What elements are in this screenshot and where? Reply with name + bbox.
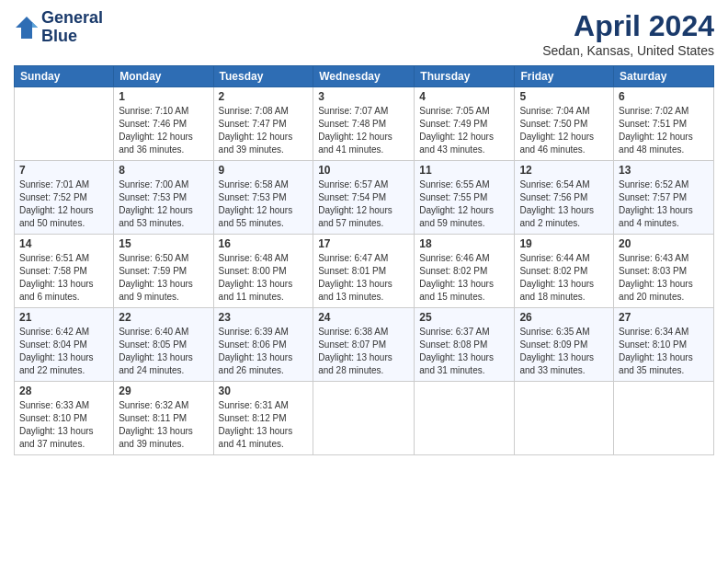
calendar-cell: 10Sunrise: 6:57 AMSunset: 7:54 PMDayligh…	[313, 161, 415, 235]
calendar-cell: 9Sunrise: 6:58 AMSunset: 7:53 PMDaylight…	[213, 161, 313, 235]
calendar-cell: 27Sunrise: 6:34 AMSunset: 8:10 PMDayligh…	[614, 308, 714, 382]
day-number: 6	[619, 90, 709, 103]
day-info: Sunrise: 6:38 AMSunset: 8:07 PMDaylight:…	[318, 326, 409, 377]
weekday-header-sunday: Sunday	[15, 66, 114, 87]
calendar-cell: 3Sunrise: 7:07 AMSunset: 7:48 PMDaylight…	[313, 87, 415, 161]
header: General Blue April 2024 Sedan, Kansas, U…	[14, 9, 714, 58]
day-info: Sunrise: 6:57 AMSunset: 7:54 PMDaylight:…	[318, 178, 409, 230]
day-number: 21	[19, 311, 108, 324]
day-info: Sunrise: 6:34 AMSunset: 8:10 PMDaylight:…	[619, 326, 709, 377]
calendar-table: SundayMondayTuesdayWednesdayThursdayFrid…	[14, 65, 714, 455]
day-number: 27	[619, 311, 709, 324]
day-number: 15	[119, 237, 208, 250]
calendar-cell: 21Sunrise: 6:42 AMSunset: 8:04 PMDayligh…	[15, 308, 114, 382]
calendar-cell: 23Sunrise: 6:39 AMSunset: 8:06 PMDayligh…	[213, 308, 313, 382]
page: General Blue April 2024 Sedan, Kansas, U…	[0, 0, 728, 563]
calendar-cell	[614, 382, 714, 455]
day-number: 9	[219, 164, 309, 177]
calendar-cell: 19Sunrise: 6:44 AMSunset: 8:02 PMDayligh…	[515, 235, 614, 308]
calendar-cell: 5Sunrise: 7:04 AMSunset: 7:50 PMDaylight…	[515, 87, 614, 161]
subtitle: Sedan, Kansas, United States	[542, 43, 714, 58]
day-number: 3	[318, 90, 409, 103]
day-info: Sunrise: 6:51 AMSunset: 7:58 PMDaylight:…	[19, 252, 108, 304]
day-number: 23	[219, 311, 309, 324]
day-info: Sunrise: 6:50 AMSunset: 7:59 PMDaylight:…	[119, 252, 208, 304]
day-number: 13	[619, 164, 709, 177]
weekday-header-friday: Friday	[515, 66, 614, 87]
day-info: Sunrise: 6:33 AMSunset: 8:10 PMDaylight:…	[19, 399, 108, 451]
calendar-cell: 24Sunrise: 6:38 AMSunset: 8:07 PMDayligh…	[313, 308, 415, 382]
weekday-header-monday: Monday	[114, 66, 213, 87]
day-number: 5	[519, 90, 609, 103]
day-number: 20	[619, 237, 709, 250]
svg-marker-1	[32, 22, 38, 28]
calendar-cell: 16Sunrise: 6:48 AMSunset: 8:00 PMDayligh…	[213, 235, 313, 308]
day-number: 29	[119, 385, 208, 397]
day-number: 17	[318, 237, 409, 250]
logo: General Blue	[14, 9, 103, 46]
day-number: 7	[19, 164, 108, 177]
day-number: 1	[119, 90, 208, 103]
day-info: Sunrise: 6:37 AMSunset: 8:08 PMDaylight:…	[419, 326, 509, 377]
day-info: Sunrise: 6:43 AMSunset: 8:03 PMDaylight:…	[619, 252, 709, 304]
day-number: 14	[19, 237, 108, 250]
main-title: April 2024	[542, 9, 714, 43]
day-info: Sunrise: 6:32 AMSunset: 8:11 PMDaylight:…	[119, 399, 208, 451]
calendar-cell: 2Sunrise: 7:08 AMSunset: 7:47 PMDaylight…	[213, 87, 313, 161]
day-info: Sunrise: 6:52 AMSunset: 7:57 PMDaylight:…	[619, 178, 709, 230]
day-number: 19	[519, 237, 609, 250]
day-info: Sunrise: 7:04 AMSunset: 7:50 PMDaylight:…	[519, 105, 609, 156]
calendar-cell: 29Sunrise: 6:32 AMSunset: 8:11 PMDayligh…	[114, 382, 213, 455]
day-number: 11	[419, 164, 509, 177]
calendar-cell	[313, 382, 415, 455]
calendar-cell: 17Sunrise: 6:47 AMSunset: 8:01 PMDayligh…	[313, 235, 415, 308]
day-number: 16	[219, 237, 309, 250]
logo-icon	[14, 15, 40, 40]
calendar-cell: 30Sunrise: 6:31 AMSunset: 8:12 PMDayligh…	[213, 382, 313, 455]
calendar-cell: 11Sunrise: 6:55 AMSunset: 7:55 PMDayligh…	[415, 161, 515, 235]
day-info: Sunrise: 6:44 AMSunset: 8:02 PMDaylight:…	[519, 252, 609, 304]
calendar-cell: 6Sunrise: 7:02 AMSunset: 7:51 PMDaylight…	[614, 87, 714, 161]
week-row-2: 7Sunrise: 7:01 AMSunset: 7:52 PMDaylight…	[15, 161, 714, 235]
calendar-cell: 28Sunrise: 6:33 AMSunset: 8:10 PMDayligh…	[15, 382, 114, 455]
weekday-header-row: SundayMondayTuesdayWednesdayThursdayFrid…	[15, 66, 714, 87]
day-info: Sunrise: 6:31 AMSunset: 8:12 PMDaylight:…	[219, 399, 309, 451]
calendar-cell	[515, 382, 614, 455]
calendar-cell: 15Sunrise: 6:50 AMSunset: 7:59 PMDayligh…	[114, 235, 213, 308]
weekday-header-wednesday: Wednesday	[313, 66, 415, 87]
day-info: Sunrise: 7:07 AMSunset: 7:48 PMDaylight:…	[318, 105, 409, 156]
day-info: Sunrise: 7:08 AMSunset: 7:47 PMDaylight:…	[219, 105, 309, 156]
day-number: 26	[519, 311, 609, 324]
calendar-cell: 25Sunrise: 6:37 AMSunset: 8:08 PMDayligh…	[415, 308, 515, 382]
day-info: Sunrise: 6:58 AMSunset: 7:53 PMDaylight:…	[219, 178, 309, 230]
calendar-cell	[15, 87, 114, 161]
calendar-cell: 22Sunrise: 6:40 AMSunset: 8:05 PMDayligh…	[114, 308, 213, 382]
week-row-3: 14Sunrise: 6:51 AMSunset: 7:58 PMDayligh…	[15, 235, 714, 308]
day-number: 28	[19, 385, 108, 397]
calendar-cell: 13Sunrise: 6:52 AMSunset: 7:57 PMDayligh…	[614, 161, 714, 235]
day-info: Sunrise: 7:00 AMSunset: 7:53 PMDaylight:…	[119, 178, 208, 230]
weekday-header-tuesday: Tuesday	[213, 66, 313, 87]
logo-text: General Blue	[41, 9, 103, 46]
week-row-5: 28Sunrise: 6:33 AMSunset: 8:10 PMDayligh…	[15, 382, 714, 455]
calendar-cell: 14Sunrise: 6:51 AMSunset: 7:58 PMDayligh…	[15, 235, 114, 308]
day-number: 4	[419, 90, 509, 103]
day-number: 22	[119, 311, 208, 324]
day-info: Sunrise: 7:01 AMSunset: 7:52 PMDaylight:…	[19, 178, 108, 230]
calendar-cell: 7Sunrise: 7:01 AMSunset: 7:52 PMDaylight…	[15, 161, 114, 235]
day-info: Sunrise: 6:47 AMSunset: 8:01 PMDaylight:…	[318, 252, 409, 304]
day-info: Sunrise: 7:05 AMSunset: 7:49 PMDaylight:…	[419, 105, 509, 156]
week-row-1: 1Sunrise: 7:10 AMSunset: 7:46 PMDaylight…	[15, 87, 714, 161]
day-info: Sunrise: 7:02 AMSunset: 7:51 PMDaylight:…	[619, 105, 709, 156]
day-info: Sunrise: 6:48 AMSunset: 8:00 PMDaylight:…	[219, 252, 309, 304]
day-info: Sunrise: 7:10 AMSunset: 7:46 PMDaylight:…	[119, 105, 208, 156]
day-number: 18	[419, 237, 509, 250]
day-info: Sunrise: 6:40 AMSunset: 8:05 PMDaylight:…	[119, 326, 208, 377]
day-info: Sunrise: 6:35 AMSunset: 8:09 PMDaylight:…	[519, 326, 609, 377]
calendar-cell: 12Sunrise: 6:54 AMSunset: 7:56 PMDayligh…	[515, 161, 614, 235]
day-info: Sunrise: 6:46 AMSunset: 8:02 PMDaylight:…	[419, 252, 509, 304]
day-number: 12	[519, 164, 609, 177]
day-info: Sunrise: 6:54 AMSunset: 7:56 PMDaylight:…	[519, 178, 609, 230]
calendar-cell: 18Sunrise: 6:46 AMSunset: 8:02 PMDayligh…	[415, 235, 515, 308]
title-block: April 2024 Sedan, Kansas, United States	[542, 9, 714, 58]
